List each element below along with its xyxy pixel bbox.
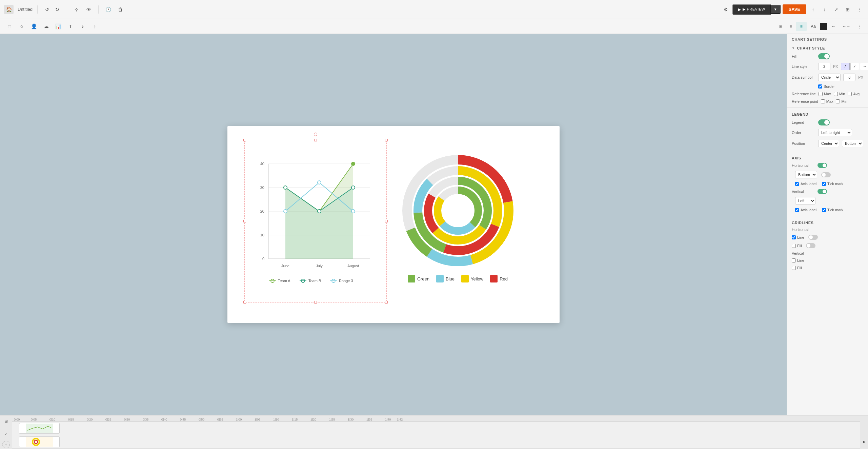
ref-min-checkbox[interactable] <box>834 92 838 96</box>
chart-style-section-header[interactable]: ▼ CHART STYLE <box>787 43 868 52</box>
preview-dropdown-button[interactable]: ▼ <box>771 5 781 14</box>
gridlines-v-line-checkbox[interactable] <box>792 258 796 262</box>
order-select[interactable]: Left to right Right to left <box>818 129 852 136</box>
app-icon: 🏠 <box>4 5 14 14</box>
ruler-mark: 1|20 <box>310 418 316 421</box>
ruler-mark: 0|25 <box>105 418 111 421</box>
legend-toggle[interactable] <box>818 119 830 125</box>
legend-item-red: Red <box>490 275 508 282</box>
handle-bl[interactable] <box>243 301 246 304</box>
line-dashed-btn[interactable]: ∕ <box>850 63 859 70</box>
gridlines-h-line-toggle[interactable] <box>808 235 818 240</box>
save-button[interactable]: SAVE <box>783 4 806 14</box>
position-h-select[interactable]: Center Left Right <box>818 140 839 147</box>
undo-button[interactable]: ↺ <box>42 5 52 14</box>
timeline-music-button[interactable]: ♪ <box>1 429 11 438</box>
gridlines-h-fill-toggle[interactable] <box>806 243 815 248</box>
v-position-select[interactable]: Left Right <box>795 197 815 204</box>
divider <box>787 216 868 216</box>
ruler-mark: 0|10 <box>49 418 55 421</box>
gridlines-h-line-checkbox[interactable] <box>792 235 796 239</box>
line-solid-btn[interactable]: / <box>841 63 850 70</box>
upload-button[interactable]: ↑ <box>808 5 818 14</box>
font-button[interactable]: Aa <box>808 22 819 31</box>
border-row: Border <box>787 83 868 90</box>
app-title: Untitled <box>18 7 33 12</box>
shape-tool[interactable]: ☁ <box>41 21 52 32</box>
track-thumb-1[interactable] <box>19 423 60 434</box>
refpt-min-checkbox[interactable] <box>836 99 840 103</box>
align-button[interactable]: ↔ <box>829 22 838 31</box>
layout-list-button[interactable]: ≡ <box>787 22 794 31</box>
ref-avg-checkbox[interactable] <box>848 92 852 96</box>
ruler-mark: 1|30 <box>348 418 354 421</box>
h-detail-toggle[interactable] <box>821 172 831 177</box>
v-tick-mark-checkbox[interactable] <box>822 208 826 212</box>
download-button[interactable]: ↓ <box>820 5 829 14</box>
upload-tool[interactable]: ↑ <box>89 21 100 32</box>
timeline-scroll-right[interactable]: ▶ <box>860 437 868 446</box>
audio-tool[interactable]: ♪ <box>77 21 88 32</box>
crop-button[interactable]: ⊹ <box>72 5 81 14</box>
add-track-button[interactable]: + <box>2 441 10 448</box>
handle-br[interactable] <box>385 301 388 304</box>
gridlines-v-fill-label: Fill <box>797 266 802 270</box>
chart-tool[interactable]: 📊 <box>53 21 64 32</box>
more-format-button[interactable]: ⋮ <box>854 22 864 31</box>
share-button[interactable]: ⤢ <box>831 5 841 14</box>
h-tick-mark-checkbox[interactable] <box>822 182 826 186</box>
line-style-input[interactable] <box>818 63 830 70</box>
ruler-mark: 0|45 <box>180 418 186 421</box>
redo-button[interactable]: ↻ <box>53 5 62 14</box>
fill-toggle[interactable] <box>818 53 830 59</box>
delete-button[interactable]: 🗑 <box>116 5 125 14</box>
handle-tc[interactable] <box>314 139 317 141</box>
refpt-max-checkbox[interactable] <box>821 99 825 103</box>
divider <box>787 107 868 108</box>
handle-tl[interactable] <box>243 139 246 141</box>
arrange-button[interactable]: ←→ <box>840 22 853 31</box>
h-axis-label-checkbox[interactable] <box>795 182 799 186</box>
h-position-select[interactable]: Bottom Top <box>795 171 817 178</box>
legend-color-yellow <box>461 275 469 282</box>
gridlines-v-line-label: Line <box>797 258 804 262</box>
color-picker[interactable] <box>820 23 827 30</box>
more-button[interactable]: ⋮ <box>854 5 864 14</box>
border-checkbox[interactable] <box>818 84 822 89</box>
border-checkbox-wrap: Border <box>818 84 835 89</box>
data-symbol-select[interactable]: Circle Square Triangle <box>818 74 841 81</box>
settings-button[interactable]: ⚙ <box>721 5 730 14</box>
v-axis-label-checkbox[interactable] <box>795 208 799 212</box>
rectangle-tool[interactable]: □ <box>4 21 15 32</box>
history-button[interactable]: 🕐 <box>103 5 113 14</box>
vertical-toggle[interactable] <box>817 189 827 194</box>
preview-main-button[interactable]: ▶ ▶ PREVIEW <box>732 4 770 15</box>
layout-active-button[interactable]: ≡ <box>796 22 807 31</box>
legend-item-blue: Blue <box>436 275 455 282</box>
handle-mr[interactable] <box>385 220 388 222</box>
slide-canvas: 40 30 20 10 0 June July August <box>227 126 560 323</box>
svg-text:August: August <box>347 264 359 268</box>
handle-bc[interactable] <box>314 301 317 304</box>
track-thumb-2[interactable] <box>19 436 60 447</box>
ref-max-checkbox[interactable] <box>819 92 823 96</box>
line-chart-container[interactable]: 40 30 20 10 0 June July August <box>244 140 387 302</box>
person-tool[interactable]: 👤 <box>28 21 39 32</box>
gridlines-h-fill-checkbox[interactable] <box>792 244 796 248</box>
position-v-select[interactable]: Bottom Top <box>842 140 863 147</box>
line-dotted-btn[interactable]: ⋯ <box>860 63 868 70</box>
data-symbol-size-input[interactable] <box>843 74 855 81</box>
ruler-mark: 1|05 <box>255 418 260 421</box>
right-panel: CHART SETTINGS ▼ CHART STYLE Fill Line s… <box>787 34 868 415</box>
expand-button[interactable]: ⊞ <box>843 5 852 14</box>
view-button[interactable]: 👁 <box>84 5 94 14</box>
text-tool[interactable]: T <box>65 21 76 32</box>
handle-ml[interactable] <box>243 220 246 222</box>
horizontal-toggle[interactable] <box>817 163 827 168</box>
gridlines-v-fill-checkbox[interactable] <box>792 266 796 270</box>
timeline-layers-button[interactable]: ⊞ <box>1 416 11 426</box>
circle-tool[interactable]: ○ <box>16 21 27 32</box>
handle-tr[interactable] <box>385 139 388 141</box>
layout-grid-button[interactable]: ⊞ <box>776 22 785 31</box>
rotate-handle[interactable] <box>314 133 317 136</box>
